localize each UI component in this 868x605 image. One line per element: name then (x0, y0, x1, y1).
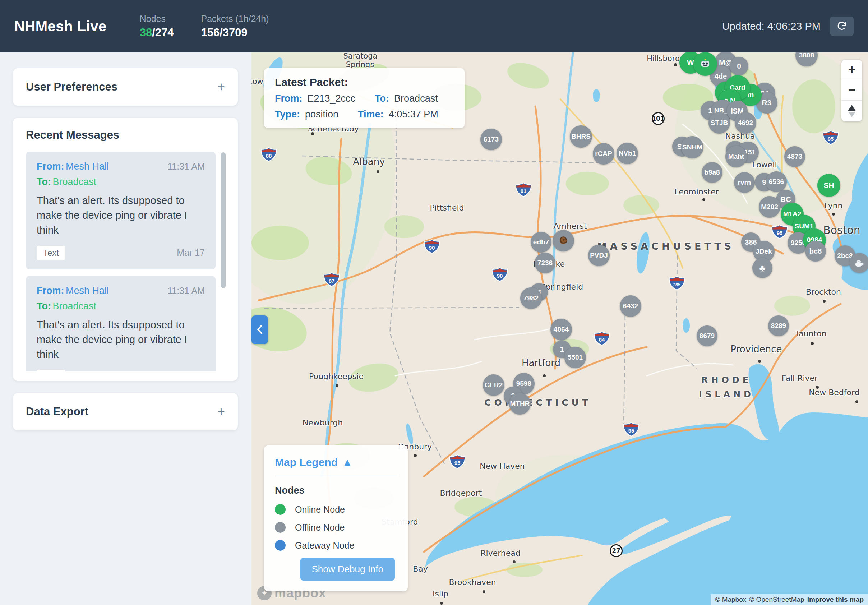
map-city-label: Taunton (795, 329, 826, 338)
message-to-value: Broadcast (53, 301, 96, 312)
node-marker[interactable]: STJB (708, 112, 730, 133)
legend-label: Offline Node (295, 522, 345, 533)
sidebar-collapse-button[interactable] (251, 315, 268, 344)
map-city-label: Lynn (824, 201, 843, 210)
osm-attribution-link[interactable]: © OpenStreetMap (749, 596, 804, 603)
map-town-dot (674, 63, 677, 66)
map-city-label: Bridgeport (440, 489, 482, 498)
node-marker[interactable]: 6173 (480, 129, 502, 150)
legend-rows: Online NodeOffline NodeGateway Node (275, 504, 397, 551)
header-stats: Nodes 38/274 Packets (1h/24h) 156/3709 (140, 14, 269, 39)
message-date: Mar 17 (177, 248, 205, 258)
nodes-online-count: 38 (140, 26, 152, 39)
message-card: From: Mesh Hall11:31 AMTo: BroadcastThat… (26, 276, 215, 371)
node-marker[interactable]: rvrn (734, 172, 755, 193)
node-marker[interactable]: 7236 (535, 253, 555, 273)
node-marker[interactable]: 8289 (768, 315, 789, 336)
node-marker[interactable]: 0 (730, 57, 749, 76)
legend-swatch (275, 540, 286, 551)
node-marker[interactable]: PVDJ (588, 245, 610, 266)
map-city-label: Providence (730, 344, 782, 355)
node-marker[interactable]: edb7 (531, 232, 552, 253)
user-preferences-header[interactable]: User Preferences + (13, 68, 238, 105)
zoom-in-button[interactable]: + (842, 60, 862, 80)
route-shield: 101 (652, 112, 665, 125)
interstate-shield: 95 (449, 455, 466, 470)
message-to-row: To: Broadcast (37, 177, 205, 188)
node-marker[interactable]: b9a8 (702, 162, 722, 183)
node-marker[interactable]: 5501 (564, 347, 586, 368)
zoom-out-button[interactable]: − (842, 80, 862, 101)
node-marker[interactable]: 6536 (766, 171, 787, 192)
interstate-shield: 90 (423, 239, 440, 255)
node-marker-teapot-icon[interactable] (849, 253, 868, 273)
user-preferences-expand-button[interactable]: + (217, 81, 225, 93)
node-marker[interactable]: bc8 (805, 241, 826, 262)
node-marker[interactable]: 8679 (697, 326, 718, 346)
map-canvas[interactable]: SaratogaSpringsSchenectadyJohnstownAlban… (251, 53, 868, 605)
node-marker[interactable]: 4064 (550, 319, 572, 340)
messages-scrollbar[interactable] (221, 152, 226, 288)
mapbox-attribution-link[interactable]: © Mapbox (715, 596, 746, 603)
node-marker[interactable]: 4692 (735, 112, 756, 133)
svg-text:84: 84 (599, 337, 605, 343)
message-header: From: Mesh Hall11:31 AM (37, 161, 205, 172)
node-marker[interactable]: BHRS (570, 126, 592, 147)
svg-text:95: 95 (828, 136, 834, 142)
map-state-label: ISLAND (699, 389, 754, 400)
node-marker-shell-icon[interactable] (553, 230, 574, 251)
node-marker[interactable]: rCAP (593, 143, 614, 164)
node-marker[interactable]: Maht (725, 146, 747, 168)
node-marker[interactable]: MTHR (509, 393, 531, 414)
interstate-shield: 88 (260, 147, 277, 163)
packets-stat: Packets (1h/24h) 156/3709 (201, 14, 269, 39)
legend-swatch (275, 504, 286, 515)
app-title: NHMesh Live (14, 18, 107, 34)
node-marker[interactable]: 4873 (784, 146, 805, 167)
legend-label: Gateway Node (295, 540, 354, 551)
legend-item: Offline Node (275, 522, 397, 533)
map-city-label: Nashua (725, 132, 755, 140)
map-city-label: Bay (413, 565, 428, 573)
node-marker-robot-icon[interactable] (693, 53, 717, 76)
node-marker[interactable]: 7982 (520, 287, 542, 309)
data-export-expand-button[interactable]: + (217, 405, 225, 418)
route-shield: 27 (610, 544, 623, 557)
latest-packet-panel: Latest Packet: From: E213_2ccc To: Broad… (264, 68, 465, 128)
map-town-dot (414, 454, 417, 457)
message-from-value: Mesh Hall (66, 285, 109, 296)
collapse-triangle-icon: ▲ (342, 456, 353, 468)
data-export-header[interactable]: Data Export + (13, 393, 238, 430)
interstate-shield: 84 (594, 331, 610, 347)
header: NHMesh Live Nodes 38/274 Packets (1h/24h… (0, 0, 868, 53)
map-town-dot (482, 590, 485, 593)
improve-map-link[interactable]: Improve this map (807, 596, 864, 603)
messages-list[interactable]: From: Mesh Hall11:31 AMTo: BroadcastThat… (26, 152, 226, 371)
map-city-label: Newburgh (302, 418, 343, 427)
pitch-up-icon (848, 105, 856, 111)
data-export-card: Data Export + (13, 393, 238, 430)
legend-swatch (275, 522, 286, 533)
interstate-shield: 90 (491, 267, 508, 283)
message-to-row: To: Broadcast (37, 301, 205, 312)
node-marker[interactable]: M202 (759, 196, 780, 218)
map-state-label: RHODE (701, 375, 752, 385)
node-marker-clover-icon[interactable]: ♣ (752, 258, 772, 278)
pitch-toggle-button[interactable] (842, 101, 862, 121)
chevron-left-icon (257, 324, 263, 335)
node-marker[interactable]: 6432 (620, 295, 641, 317)
refresh-button[interactable] (830, 17, 854, 36)
node-marker[interactable]: GFR2 (483, 374, 504, 396)
map-legend-header[interactable]: Map Legend ▲ (275, 456, 397, 468)
svg-text:395: 395 (673, 282, 680, 287)
node-marker[interactable]: SNHM (681, 136, 704, 158)
show-debug-info-button[interactable]: Show Debug Info (300, 558, 395, 580)
node-marker[interactable]: NVb1 (617, 143, 638, 164)
message-type-badge: Text (37, 370, 65, 371)
message-to-label: To: (37, 177, 51, 187)
map-town-dot (311, 132, 314, 135)
node-marker[interactable]: SH (817, 174, 840, 197)
app: NHMesh Live Nodes 38/274 Packets (1h/24h… (0, 0, 868, 605)
map-town-dot (513, 560, 516, 563)
map-town-dot (702, 198, 705, 201)
